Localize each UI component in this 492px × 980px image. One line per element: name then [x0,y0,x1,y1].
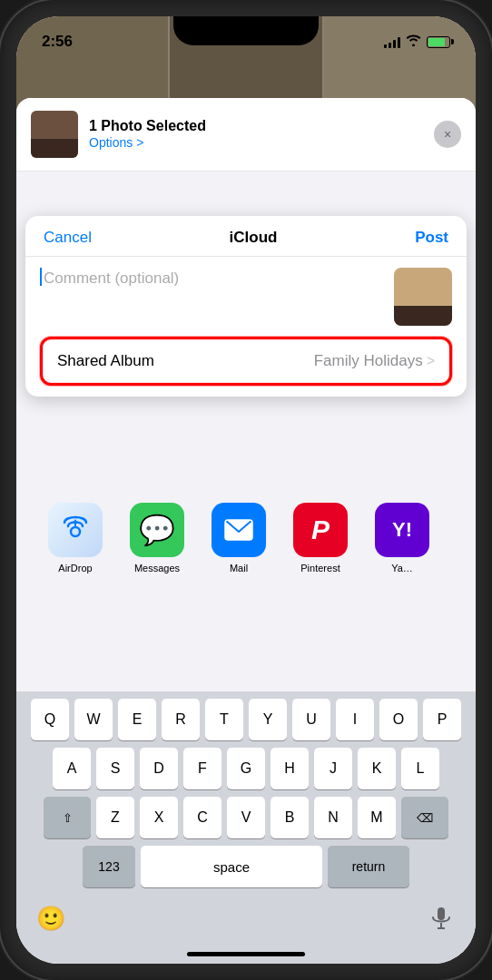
airdrop-symbol [59,514,92,546]
mail-icon [212,503,266,557]
wifi-icon [406,34,421,49]
messages-label: Messages [134,563,180,573]
app-icon-item-airdrop[interactable]: AirDrop [34,503,116,573]
key-g[interactable]: G [227,748,265,789]
yahoo-label: Ya… [391,563,413,573]
app-icons-section: AirDrop 💬 Messages [16,488,476,581]
key-m[interactable]: M [358,797,396,838]
pinterest-icon: P [293,503,348,557]
messages-icon: 💬 [130,503,184,557]
key-x[interactable]: X [140,797,178,838]
keyboard-row-3: ⇧ Z X C V B N M ⌫ [20,797,472,838]
microphone-key[interactable] [421,898,461,938]
shared-album-row[interactable]: Shared Album Family Holidays > [40,337,452,386]
key-w[interactable]: W [74,699,113,740]
key-n[interactable]: N [314,797,352,838]
key-z[interactable]: Z [96,797,134,838]
emoji-key[interactable]: 🙂 [31,898,71,938]
microphone-icon [431,906,451,930]
signal-bar-3 [393,40,396,48]
icloud-post-modal: Cancel iCloud Post Comment (optional) Sh… [25,216,467,397]
battery-icon [427,36,450,48]
phone-frame: 2:56 [0,0,492,980]
shared-album-value-text: Family Holidays [314,352,423,370]
key-c[interactable]: C [183,797,221,838]
airdrop-icon [48,503,103,557]
key-q[interactable]: Q [31,699,69,740]
shift-key[interactable]: ⇧ [44,797,91,838]
key-p[interactable]: P [423,699,461,740]
key-j[interactable]: J [314,748,352,789]
selected-photo-thumbnail [31,111,78,158]
svg-rect-5 [438,907,445,920]
close-button[interactable]: × [434,121,461,148]
signal-bar-1 [384,44,387,48]
signal-bars-icon [384,35,400,48]
pinterest-label: Pinterest [300,563,339,573]
photos-selected-label: 1 Photo Selected [89,118,423,134]
airdrop-label: AirDrop [58,563,92,573]
delete-key[interactable]: ⌫ [401,797,448,838]
chevron-icon: > [427,353,435,369]
messages-bubble-icon: 💬 [139,513,175,547]
post-button[interactable]: Post [415,229,448,247]
key-k[interactable]: K [358,748,396,789]
mail-envelope-icon [224,519,253,541]
mail-label: Mail [230,563,248,573]
key-t[interactable]: T [205,699,243,740]
app-icon-item-mail[interactable]: Mail [198,503,280,573]
status-icons [384,34,450,49]
comment-input-area[interactable]: Comment (optional) [40,268,383,288]
shared-album-value: Family Holidays > [314,352,435,370]
icloud-modal-body: Comment (optional) [25,257,467,337]
text-cursor [40,268,42,286]
keyboard-bottom-row: 🙂 [20,895,472,960]
key-a[interactable]: A [53,748,91,789]
app-icons-row: AirDrop 💬 Messages [16,503,476,573]
icloud-modal-header: Cancel iCloud Post [25,216,467,257]
comment-placeholder: Comment (optional) [44,270,179,287]
signal-bar-4 [398,37,400,48]
home-indicator [187,952,305,956]
yahoo-icon: Y! [375,503,429,557]
app-icon-item-pinterest[interactable]: P Pinterest [280,503,361,573]
return-key[interactable]: return [328,846,409,887]
share-sheet-header: 1 Photo Selected Options > × [16,98,476,172]
key-b[interactable]: B [271,797,309,838]
key-i[interactable]: I [336,699,374,740]
key-e[interactable]: E [118,699,156,740]
keyboard-row-1: Q W E R T Y U I O P [20,699,472,740]
key-d[interactable]: D [140,748,178,789]
key-f[interactable]: F [183,748,221,789]
key-y[interactable]: Y [249,699,287,740]
cancel-button[interactable]: Cancel [44,229,92,247]
keyboard-row-2: A S D F G H J K L [20,748,472,789]
share-header-text: 1 Photo Selected Options > [89,118,423,151]
key-r[interactable]: R [162,699,200,740]
key-l[interactable]: L [401,748,439,789]
shared-album-label: Shared Album [57,352,154,370]
notch [173,16,319,45]
status-time: 2:56 [42,33,73,51]
keyboard: Q W E R T Y U I O P A S D F G H J K [16,691,476,964]
modal-title: iCloud [230,229,278,247]
key-v[interactable]: V [227,797,265,838]
key-h[interactable]: H [271,748,309,789]
svg-point-0 [71,527,80,536]
options-link[interactable]: Options > [89,135,143,150]
pinterest-p-icon: P [311,514,330,545]
keyboard-row-4: 123 space return [20,846,472,887]
app-icon-item-yahoo[interactable]: Y! Ya… [361,503,443,573]
phone-screen: 2:56 [16,16,476,964]
photo-preview-modal [394,268,452,326]
key-u[interactable]: U [292,699,330,740]
numbers-key[interactable]: 123 [83,846,135,887]
key-o[interactable]: O [379,699,418,740]
space-key[interactable]: space [141,846,322,887]
signal-bar-2 [389,43,391,48]
yahoo-text-icon: Y! [392,518,412,542]
battery-fill [428,38,445,46]
app-icon-item-messages[interactable]: 💬 Messages [116,503,198,573]
key-s[interactable]: S [96,748,134,789]
